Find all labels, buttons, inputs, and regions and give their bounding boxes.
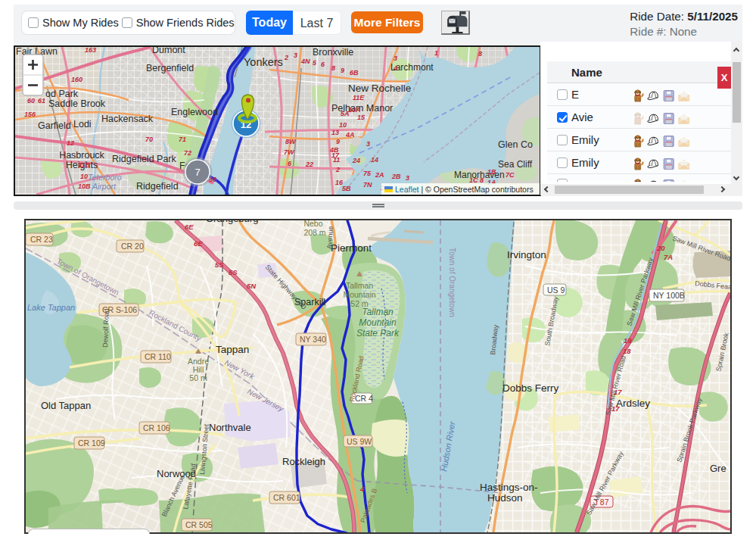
svg-text:11E: 11E — [353, 94, 365, 101]
svg-text:1C: 1C — [469, 176, 478, 184]
svg-text:2B: 2B — [391, 173, 401, 180]
svg-text:Garfield: Garfield — [38, 120, 71, 131]
svg-text:Lodi: Lodi — [73, 119, 92, 129]
svg-text:CR 20: CR 20 — [121, 242, 144, 251]
svg-text:Northvale: Northvale — [209, 422, 251, 433]
svg-text:10: 10 — [339, 121, 347, 129]
svg-text:72: 72 — [184, 149, 191, 157]
svg-text:Yonkers: Yonkers — [244, 56, 283, 68]
svg-text:Ardsley: Ardsley — [616, 398, 650, 409]
svg-text:7N: 7N — [363, 181, 372, 189]
svg-text:3: 3 — [394, 55, 397, 62]
svg-text:8: 8 — [478, 50, 482, 58]
svg-text:71: 71 — [179, 136, 186, 143]
svg-text:3: 3 — [366, 140, 370, 148]
svg-text:US 9W: US 9W — [347, 437, 372, 446]
svg-text:50 m: 50 m — [189, 373, 207, 382]
svg-text:Englewood: Englewood — [171, 107, 218, 117]
svg-text:7A: 7A — [664, 253, 673, 261]
svg-text:Ridgefield: Ridgefield — [136, 181, 179, 192]
svg-text:5S: 5S — [215, 261, 224, 269]
svg-text:Glen Co: Glen Co — [498, 139, 533, 150]
svg-text:6E: 6E — [185, 223, 194, 231]
svg-text:7: 7 — [194, 167, 200, 178]
svg-text:5A: 5A — [341, 110, 350, 117]
svg-text:Bronxville: Bronxville — [313, 47, 353, 58]
svg-text:Tallman: Tallman — [362, 307, 394, 317]
svg-text:3: 3 — [406, 174, 409, 182]
svg-text:8: 8 — [480, 176, 484, 184]
svg-text:Saddle Brook: Saddle Brook — [48, 98, 106, 109]
svg-text:10B: 10B — [78, 183, 91, 190]
svg-text:Hudson: Hudson — [487, 492, 523, 504]
svg-text:CR 505: CR 505 — [185, 520, 213, 529]
svg-text:75: 75 — [363, 170, 372, 177]
svg-text:Hasbrouck: Hasbrouck — [59, 150, 104, 161]
svg-text:NY 340: NY 340 — [300, 335, 326, 344]
svg-text:od Park: od Park — [45, 89, 79, 99]
svg-text:Dobbs Ferry: Dobbs Ferry — [502, 382, 559, 394]
svg-text:US 9: US 9 — [547, 285, 565, 295]
svg-text:Old Tappan: Old Tappan — [41, 400, 91, 411]
svg-text:7W: 7W — [284, 148, 295, 156]
svg-text:CR 23: CR 23 — [30, 235, 53, 244]
svg-text:24: 24 — [352, 157, 360, 164]
svg-text:10A: 10A — [348, 106, 361, 114]
svg-text:5S: 5S — [229, 268, 238, 276]
svg-text:61: 61 — [38, 97, 45, 105]
svg-text:18: 18 — [623, 347, 631, 355]
svg-text:2: 2 — [284, 54, 288, 61]
svg-text:15: 15 — [357, 114, 366, 121]
svg-text:Avenue: Avenue — [325, 226, 334, 249]
svg-text:6B: 6B — [350, 69, 359, 76]
svg-text:Tappan: Tappan — [216, 344, 249, 355]
svg-text:CR 109: CR 109 — [78, 438, 105, 448]
svg-text:Gre: Gre — [710, 463, 726, 474]
svg-text:163: 163 — [85, 47, 96, 54]
svg-text:11: 11 — [333, 156, 340, 164]
svg-text:14: 14 — [371, 156, 378, 164]
svg-text:Nebo: Nebo — [303, 220, 322, 228]
svg-text:4N: 4N — [300, 58, 310, 65]
svg-text:Town of Orangetown: Town of Orangetown — [448, 248, 456, 317]
svg-text:10: 10 — [80, 173, 88, 180]
svg-text:1: 1 — [434, 49, 438, 57]
svg-text:Leaflet | © OpenStreetMap cont: Leaflet | © OpenStreetMap contributors — [395, 185, 534, 194]
svg-text:Hastings-on-: Hastings-on- — [480, 482, 538, 493]
svg-text:6E: 6E — [194, 239, 203, 248]
svg-text:20: 20 — [656, 244, 665, 252]
svg-text:11B: 11B — [78, 161, 90, 169]
svg-text:State Park: State Park — [356, 328, 400, 339]
svg-text:9: 9 — [336, 138, 340, 145]
svg-text:Lake Tappan: Lake Tappan — [27, 303, 75, 312]
svg-text:Mountain: Mountain — [359, 317, 397, 328]
svg-text:2: 2 — [335, 166, 340, 173]
svg-text:8W: 8W — [285, 138, 297, 145]
svg-text:Ridgefield Park: Ridgefield Park — [112, 154, 177, 164]
svg-text:CR 106: CR 106 — [143, 423, 170, 432]
svg-text:Sea Cliff: Sea Cliff — [498, 159, 533, 170]
svg-text:1B: 1B — [487, 168, 496, 176]
svg-text:Piermont: Piermont — [331, 242, 372, 254]
svg-text:2A: 2A — [375, 171, 384, 179]
svg-text:New Rochelle: New Rochelle — [348, 83, 411, 94]
svg-text:4: 4 — [393, 64, 397, 72]
svg-text:Mountain: Mountain — [343, 290, 375, 299]
svg-text:160: 160 — [71, 76, 82, 83]
svg-text:4B: 4B — [329, 146, 339, 154]
svg-text:CR 4: CR 4 — [355, 394, 373, 403]
svg-text:5B: 5B — [342, 185, 351, 192]
svg-text:Tallman: Tallman — [346, 281, 373, 290]
svg-text:CR 601: CR 601 — [273, 493, 300, 502]
svg-text:13: 13 — [331, 129, 339, 136]
svg-text:5N: 5N — [247, 282, 257, 290]
svg-text:19: 19 — [624, 336, 632, 345]
svg-text:Hackensack: Hackensack — [101, 114, 154, 124]
svg-text:22: 22 — [305, 161, 313, 168]
svg-text:CR 110: CR 110 — [145, 352, 171, 361]
svg-text:Irvington: Irvington — [507, 249, 546, 261]
svg-text:8: 8 — [331, 64, 335, 72]
svg-text:Rockleigh: Rockleigh — [282, 456, 325, 467]
svg-text:Orangeburg: Orangeburg — [206, 220, 258, 224]
svg-text:7C: 7C — [506, 171, 515, 179]
